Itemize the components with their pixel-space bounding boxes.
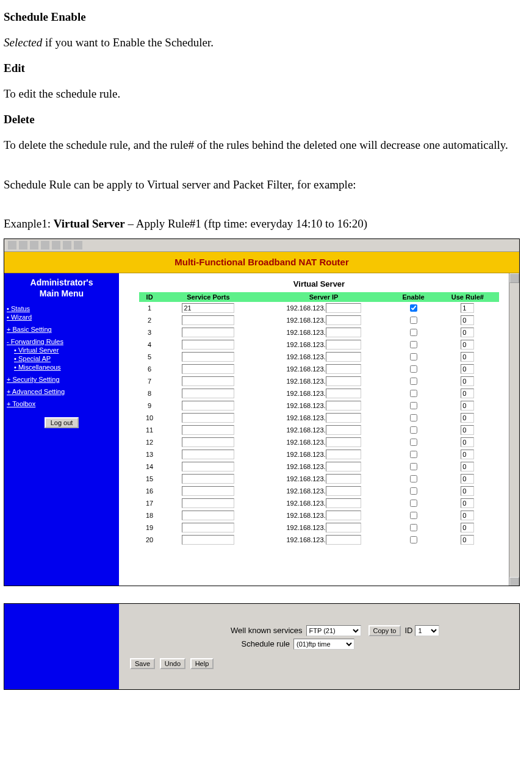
service-port-input[interactable]	[182, 474, 234, 484]
enable-checkbox[interactable]	[410, 329, 417, 336]
service-port-input[interactable]	[182, 315, 234, 325]
server-ip-input[interactable]	[326, 340, 361, 350]
server-ip-input[interactable]	[326, 328, 361, 337]
server-ip-input[interactable]	[326, 364, 361, 374]
cell-id: 19	[139, 522, 160, 534]
enable-checkbox[interactable]	[410, 463, 417, 470]
enable-checkbox[interactable]	[410, 536, 417, 543]
enable-checkbox[interactable]	[410, 353, 417, 360]
server-ip-input[interactable]	[326, 450, 361, 459]
scrollbar[interactable]	[509, 273, 519, 586]
service-port-input[interactable]	[182, 328, 234, 337]
enable-checkbox[interactable]	[410, 500, 417, 507]
enable-checkbox[interactable]	[410, 524, 417, 531]
service-port-input[interactable]	[182, 486, 234, 496]
sidebar-link-forwarding-rules[interactable]: - Forwarding Rules	[7, 338, 117, 345]
service-port-input[interactable]	[182, 413, 234, 423]
server-ip-input[interactable]	[326, 511, 361, 520]
sidebar-link-advanced-setting[interactable]: + Advanced Setting	[7, 388, 117, 395]
use-rule-input[interactable]	[461, 511, 474, 520]
use-rule-input[interactable]	[461, 523, 474, 532]
service-port-input[interactable]	[182, 450, 234, 459]
sidebar-link-security-setting[interactable]: + Security Setting	[7, 376, 117, 383]
server-ip-input[interactable]	[326, 437, 361, 447]
use-rule-input[interactable]	[461, 486, 474, 496]
copy-to-button[interactable]: Copy to	[368, 625, 401, 636]
use-rule-input[interactable]	[461, 364, 474, 374]
enable-checkbox[interactable]	[410, 390, 417, 397]
use-rule-input[interactable]	[461, 328, 474, 337]
enable-checkbox[interactable]	[410, 378, 417, 385]
logout-button[interactable]: Log out	[45, 417, 79, 428]
service-port-input[interactable]	[182, 389, 234, 398]
enable-checkbox[interactable]	[410, 317, 417, 324]
use-rule-input[interactable]	[461, 425, 474, 435]
well-known-services-select[interactable]: FTP (21)	[306, 625, 361, 636]
enable-checkbox[interactable]	[410, 475, 417, 482]
service-port-input[interactable]	[182, 523, 234, 532]
server-ip-input[interactable]	[326, 389, 361, 398]
use-rule-input[interactable]	[461, 376, 474, 386]
server-ip-input[interactable]	[326, 315, 361, 325]
schedule-rule-select[interactable]: (01)ftp time	[293, 639, 354, 650]
use-rule-input[interactable]	[461, 498, 474, 508]
server-ip-input[interactable]	[326, 462, 361, 471]
enable-checkbox[interactable]	[410, 402, 417, 409]
id-select[interactable]: 1	[415, 625, 439, 636]
server-ip-input[interactable]	[326, 376, 361, 386]
enable-checkbox[interactable]	[410, 365, 417, 373]
sidebar-link-wizard[interactable]: • Wizard	[7, 314, 117, 321]
use-rule-input[interactable]	[461, 303, 474, 313]
server-ip-input[interactable]	[326, 303, 361, 313]
service-port-input[interactable]	[182, 352, 234, 362]
sidebar-link-status[interactable]: • Status	[7, 305, 117, 312]
enable-checkbox[interactable]	[410, 341, 417, 348]
enable-checkbox[interactable]	[410, 487, 417, 495]
help-button[interactable]: Help	[190, 658, 214, 669]
enable-checkbox[interactable]	[410, 426, 417, 434]
enable-checkbox[interactable]	[410, 414, 417, 421]
use-rule-input[interactable]	[461, 462, 474, 471]
undo-button[interactable]: Undo	[160, 658, 185, 669]
enable-checkbox[interactable]	[410, 451, 417, 458]
use-rule-input[interactable]	[461, 352, 474, 362]
use-rule-input[interactable]	[461, 413, 474, 423]
server-ip-input[interactable]	[326, 486, 361, 496]
use-rule-input[interactable]	[461, 450, 474, 459]
sidebar-link-toolbox[interactable]: + Toolbox	[7, 400, 117, 407]
service-port-input[interactable]	[182, 401, 234, 410]
use-rule-input[interactable]	[461, 474, 474, 484]
service-port-input[interactable]	[182, 376, 234, 386]
sidebar-link-miscellaneous[interactable]: • Miscellaneous	[14, 364, 117, 371]
enable-checkbox[interactable]	[410, 512, 417, 519]
service-port-input[interactable]	[182, 340, 234, 350]
service-port-input[interactable]	[182, 511, 234, 520]
service-port-input[interactable]	[182, 535, 234, 545]
server-ip-input[interactable]	[326, 523, 361, 532]
use-rule-input[interactable]	[461, 315, 474, 325]
server-ip-input[interactable]	[326, 352, 361, 362]
service-port-input[interactable]	[182, 498, 234, 508]
service-port-input[interactable]	[182, 364, 234, 374]
sidebar-link-virtual-server[interactable]: • Virtual Server	[14, 346, 117, 354]
enable-checkbox[interactable]	[410, 439, 417, 446]
service-port-input[interactable]	[182, 425, 234, 435]
server-ip-input[interactable]	[326, 425, 361, 435]
sidebar-link-basic-setting[interactable]: + Basic Setting	[7, 326, 117, 333]
service-port-input[interactable]	[182, 437, 234, 447]
service-port-input[interactable]	[182, 462, 234, 471]
save-button[interactable]: Save	[130, 658, 155, 669]
server-ip-input[interactable]	[326, 535, 361, 545]
server-ip-input[interactable]	[326, 498, 361, 508]
service-port-input[interactable]	[182, 303, 234, 313]
server-ip-input[interactable]	[326, 413, 361, 423]
enable-checkbox[interactable]	[410, 304, 417, 312]
use-rule-input[interactable]	[461, 401, 474, 410]
server-ip-input[interactable]	[326, 401, 361, 410]
server-ip-input[interactable]	[326, 474, 361, 484]
sidebar-link-special-ap[interactable]: • Special AP	[14, 355, 117, 362]
use-rule-input[interactable]	[461, 340, 474, 350]
use-rule-input[interactable]	[461, 535, 474, 545]
use-rule-input[interactable]	[461, 389, 474, 398]
use-rule-input[interactable]	[461, 437, 474, 447]
